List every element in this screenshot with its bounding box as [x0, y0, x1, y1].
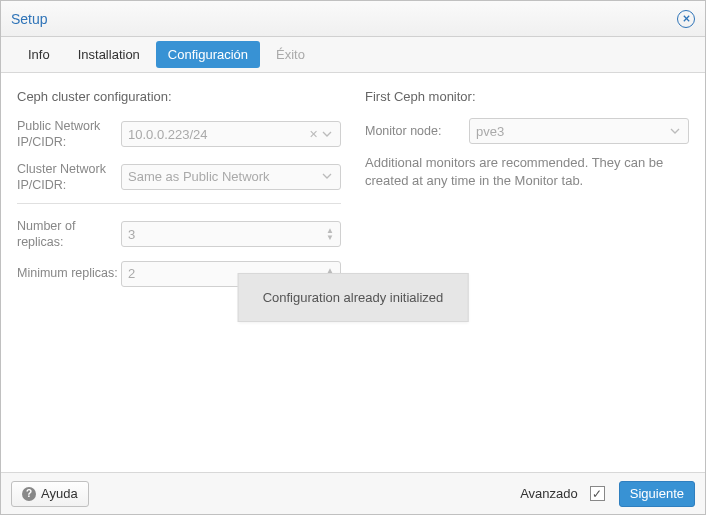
- question-icon: ?: [22, 487, 36, 501]
- advanced-label: Avanzado: [520, 486, 578, 501]
- public-network-value: 10.0.0.223/24: [128, 127, 306, 142]
- chevron-down-icon: [668, 124, 682, 139]
- window-title: Setup: [11, 11, 677, 27]
- field-replicas: Number of replicas: 3 ▲▼: [17, 218, 341, 251]
- monitor-help-text: Additional monitors are recommended. The…: [365, 154, 689, 190]
- min-replicas-label: Minimum replicas:: [17, 265, 121, 281]
- monitor-node-label: Monitor node:: [365, 123, 469, 139]
- content-area: Ceph cluster configuration: Public Netwo…: [1, 73, 705, 472]
- footer-bar: ? Ayuda Avanzado ✓ Siguiente: [1, 472, 705, 514]
- advanced-checkbox[interactable]: ✓: [590, 486, 605, 501]
- next-button[interactable]: Siguiente: [619, 481, 695, 507]
- cluster-network-label: Cluster Network IP/CIDR:: [17, 161, 121, 194]
- replicas-spinner[interactable]: 3 ▲▼: [121, 221, 341, 247]
- chevron-down-icon: [320, 127, 334, 142]
- cluster-config-heading: Ceph cluster configuration:: [17, 89, 341, 104]
- chevron-down-icon: [320, 169, 334, 184]
- close-icon[interactable]: [677, 10, 695, 28]
- help-button[interactable]: ? Ayuda: [11, 481, 89, 507]
- config-initialized-message: Configuration already initialized: [238, 273, 469, 322]
- field-monitor-node: Monitor node: pve3: [365, 118, 689, 144]
- tab-success: Éxito: [264, 41, 317, 68]
- clear-icon[interactable]: ✕: [306, 128, 320, 141]
- public-network-label: Public Network IP/CIDR:: [17, 118, 121, 151]
- titlebar: Setup: [1, 1, 705, 37]
- replicas-label: Number of replicas:: [17, 218, 121, 251]
- monitor-node-combo[interactable]: pve3: [469, 118, 689, 144]
- tab-bar: Info Installation Configuración Éxito: [1, 37, 705, 73]
- next-button-label: Siguiente: [630, 486, 684, 501]
- cluster-network-placeholder: Same as Public Network: [128, 169, 320, 184]
- field-cluster-network: Cluster Network IP/CIDR: Same as Public …: [17, 161, 341, 194]
- spinner-arrows-icon[interactable]: ▲▼: [326, 227, 334, 241]
- field-public-network: Public Network IP/CIDR: 10.0.0.223/24 ✕: [17, 118, 341, 151]
- replicas-value: 3: [128, 227, 326, 242]
- cluster-network-combo[interactable]: Same as Public Network: [121, 164, 341, 190]
- setup-wizard-window: Setup Info Installation Configuración Éx…: [0, 0, 706, 515]
- tab-info[interactable]: Info: [16, 41, 62, 68]
- public-network-combo[interactable]: 10.0.0.223/24 ✕: [121, 121, 341, 147]
- separator: [17, 203, 341, 204]
- help-button-label: Ayuda: [41, 486, 78, 501]
- tab-installation[interactable]: Installation: [66, 41, 152, 68]
- tab-configuration[interactable]: Configuración: [156, 41, 260, 68]
- monitor-heading: First Ceph monitor:: [365, 89, 689, 104]
- monitor-node-value: pve3: [476, 124, 668, 139]
